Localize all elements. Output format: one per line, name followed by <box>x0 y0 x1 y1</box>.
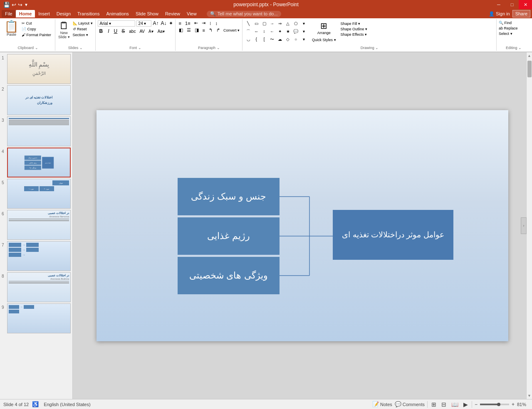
box-diet[interactable]: رژیم غذایی <box>178 217 280 255</box>
shape-rect[interactable]: ▭ <box>252 20 260 27</box>
slide-thumb-8[interactable]: 8 در اختلالات عصبی Anorexia Bulimia <box>2 272 71 302</box>
slide-thumb-5[interactable]: 5 عنوان مورد ۱ مورد ۲ <box>2 179 71 209</box>
strikethrough-button[interactable]: S <box>120 28 126 34</box>
shape-more3[interactable]: ▾ <box>300 36 307 43</box>
shape-star[interactable]: ★ <box>284 28 292 35</box>
increase-font-button[interactable]: A↑ <box>153 20 159 27</box>
slide-thumb-1[interactable]: 1 بِسْمِ اللَّهِالرَّحْمَنِ <box>2 54 71 84</box>
clear-format-button[interactable]: ✦ <box>168 20 173 27</box>
align-center-button[interactable]: ☰ <box>186 27 192 33</box>
align-justify-button[interactable]: ≡ <box>201 27 206 33</box>
comments-button[interactable]: 💬 Comments <box>395 401 425 407</box>
shape-arrow[interactable]: → <box>268 20 276 27</box>
shape-lrarrow[interactable]: ↔ <box>252 28 260 35</box>
cut-button[interactable]: ✂ Cut <box>20 21 52 26</box>
tab-insert[interactable]: Insert <box>35 10 53 17</box>
font-size-dropdown[interactable]: 24 ▾ <box>136 20 151 27</box>
tab-review[interactable]: Review <box>162 10 183 17</box>
zoom-out-button[interactable]: − <box>475 402 478 407</box>
shape-udarrow[interactable]: ↕ <box>260 28 268 35</box>
slide-thumb-3[interactable]: 3 <box>2 116 71 146</box>
rtl-button[interactable]: ↰ <box>208 27 214 33</box>
italic-button[interactable]: I <box>106 27 111 35</box>
slide-thumb-7[interactable]: 7 → → → <box>2 241 71 271</box>
indent-left-button[interactable]: ⇤ <box>193 20 199 26</box>
font-name-dropdown[interactable]: Arial ▾ <box>98 20 135 27</box>
replace-button[interactable]: ab Replace <box>499 26 529 30</box>
ltr-button[interactable]: ↱ <box>215 27 221 33</box>
bold-button[interactable]: B <box>98 27 105 35</box>
format-painter-button[interactable]: 🖌 Format Painter <box>20 32 52 37</box>
reading-view-button[interactable]: 📖 <box>450 401 460 408</box>
underline-button[interactable]: U <box>113 28 119 34</box>
font-color-button[interactable]: A▾ <box>147 29 155 34</box>
layout-button[interactable]: 📐 Layout ▾ <box>72 21 94 26</box>
align-right-button[interactable]: ◨ <box>193 27 200 33</box>
shape-quad[interactable]: ✦ <box>276 28 284 35</box>
shape-oval[interactable]: ○ <box>292 36 299 43</box>
tab-transitions[interactable]: Transitions <box>74 10 103 17</box>
sign-in-button[interactable]: 👤 Sign in <box>489 11 510 17</box>
close-button[interactable]: ✕ <box>519 0 532 9</box>
normal-view-button[interactable]: ⊞ <box>430 401 438 408</box>
shape-arc[interactable]: ◡ <box>245 36 252 43</box>
decrease-font-button[interactable]: A↓ <box>161 20 167 27</box>
slide-sorter-button[interactable]: ⊟ <box>440 401 448 408</box>
tab-view[interactable]: View <box>183 10 200 17</box>
shape-dblarrow[interactable]: ⇒ <box>276 20 284 27</box>
save-icon[interactable]: 💾 <box>3 2 10 8</box>
font-color-2-button[interactable]: Aa▾ <box>156 29 166 34</box>
scroll-thumb-vertical[interactable] <box>527 61 532 77</box>
align-left-button[interactable]: ◧ <box>178 27 184 33</box>
maximize-button[interactable]: □ <box>505 0 519 9</box>
numbering-button[interactable]: 1≡ <box>184 20 192 26</box>
shape-fill-button[interactable]: Shape Fill ▾ <box>341 22 368 26</box>
tell-me-input[interactable]: Tell me what you want to do... <box>218 11 278 16</box>
shape-pentagon[interactable]: ⬠ <box>292 20 299 27</box>
shape-callout[interactable]: 💬 <box>292 28 299 35</box>
slide-thumb-2[interactable]: 2 اختلالات تغذیه ای در ورزشکاران <box>2 85 71 115</box>
tab-slideshow[interactable]: Slide Show <box>132 10 162 17</box>
reset-button[interactable]: ↺ Reset <box>72 27 94 32</box>
shape-bracket[interactable]: [ <box>260 36 268 43</box>
shape-cloud[interactable]: ☁ <box>276 36 284 43</box>
shape-roundrect[interactable]: ▢ <box>260 20 268 27</box>
indent-right-button[interactable]: ⇥ <box>200 20 207 26</box>
scroll-up-button[interactable]: ▲ <box>526 52 532 59</box>
minimize-button[interactable]: ─ <box>492 0 505 9</box>
shape-more2[interactable]: ▾ <box>300 28 307 35</box>
panel-collapse-button[interactable]: › <box>521 217 527 234</box>
accessibility-icon[interactable]: ♿ <box>32 401 39 407</box>
shape-line[interactable]: ╲ <box>245 20 252 27</box>
shape-more[interactable]: ▾ <box>300 20 307 27</box>
tab-design[interactable]: Design <box>53 10 74 17</box>
convert-smartart-button[interactable]: Convert ▾ <box>223 28 240 33</box>
shape-wave[interactable]: 〜 <box>268 36 276 43</box>
paste-button[interactable]: 📋 Paste <box>3 20 20 37</box>
col-count-button[interactable]: ⫶ <box>208 20 213 26</box>
shadow-button[interactable]: abc <box>128 29 137 34</box>
quick-access-dropdown[interactable]: ▼ <box>24 2 28 7</box>
shape-leftarrow[interactable]: ← <box>268 28 276 35</box>
slide-thumb-6[interactable]: 6 در اختلالات عصبی Anorexia Nervosa <box>2 210 71 240</box>
slide-canvas[interactable]: جنس و سبک زندگی رژیم غذایی ویژگی های شخص… <box>97 110 508 341</box>
tab-animations[interactable]: Animations <box>103 10 132 17</box>
undo-icon[interactable]: ↩ <box>12 2 16 8</box>
slideshow-button[interactable]: ▶ <box>462 401 469 408</box>
select-button[interactable]: Select ▾ <box>499 32 529 36</box>
section-button[interactable]: Section ▾ <box>72 32 94 37</box>
zoom-slider[interactable] <box>480 404 509 405</box>
slide-thumb-9[interactable]: 9 → <box>2 303 71 333</box>
shape-effects-button[interactable]: Shape Effects ▾ <box>341 32 368 37</box>
box-gender-lifestyle[interactable]: جنس و سبک زندگی <box>178 178 280 215</box>
bullets-button[interactable]: ≡ <box>178 20 183 26</box>
new-slide-button[interactable]: 🗒 New Slide ▾ <box>57 20 71 40</box>
char-spacing-button[interactable]: AV <box>139 29 146 34</box>
zoom-in-button[interactable]: + <box>512 402 515 407</box>
redo-icon[interactable]: ↪ <box>18 2 22 8</box>
tab-home[interactable]: Home <box>16 10 35 17</box>
box-personality[interactable]: ویژگی های شخصیتی <box>178 257 280 294</box>
arrange-button[interactable]: ⊞ Arrange <box>311 20 337 36</box>
zoom-level[interactable]: 81% <box>517 402 529 407</box>
quick-styles-button[interactable]: Quick Styles ▾ <box>311 37 337 42</box>
